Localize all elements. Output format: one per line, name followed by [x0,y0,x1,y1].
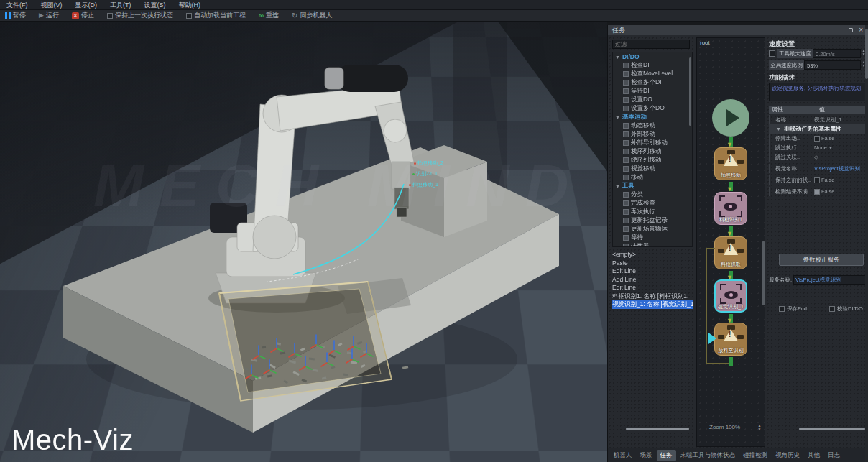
tree-item[interactable]: 检查多个DI [613,78,692,87]
history-row[interactable]: Edit Line [612,267,693,276]
tree-category-tools[interactable]: ▼ 工具 [613,182,692,190]
checkbox-checked-icon[interactable] [814,189,820,195]
property-group-header[interactable]: ▼ 非移动任务的基本属性 [769,124,867,134]
sync-robot-button[interactable]: ↻ 同步机器人 [287,10,337,22]
tab-log[interactable]: 日志 [824,450,844,461]
tree-item-label: 检查多个DI [631,78,662,87]
workflow-node-bin-pick[interactable]: ! 料框抓取 [714,236,747,269]
3d-viewport[interactable]: MECH MIND 拍照移动_2 识别2-0.1 拍照移动_1 Mech-Viz [0,22,607,462]
workflow-node-place-move[interactable]: ! 放料至识别 [714,323,747,356]
menu-display[interactable]: 显示(D) [69,0,104,10]
reconnect-button[interactable]: ∞ 重连 [254,10,284,22]
tab-end-tool[interactable]: 末端工具与物体状态 [677,450,739,461]
tree-item[interactable]: 完成检查 [613,199,692,208]
horizontal-scrollbar[interactable] [799,428,865,430]
workflow-scrollbar[interactable] [762,241,765,305]
workflow-node-vision-recognize-selected[interactable]: 视觉识别_1 [714,279,747,313]
filter-input[interactable] [612,40,690,49]
autoload-checkbox[interactable]: 自动加载当前工程 [181,10,251,22]
tree-item[interactable]: 等待 [613,234,692,242]
property-value: VisProject视觉识别 [814,165,860,172]
tab-others[interactable]: 其他 [804,450,823,461]
tree-item[interactable]: 绕序列移动 [613,156,692,165]
tab-scene[interactable]: 场景 [637,450,656,461]
tab-view-history[interactable]: 视角历史 [772,450,803,461]
tree-item[interactable]: 计数器 [613,242,692,247]
workflow-node-bin-recognize[interactable]: 料框识别1 [714,192,747,225]
property-row-name[interactable]: 名称 视觉识别_1 [769,115,867,124]
menu-help[interactable]: 帮助(H) [172,0,208,10]
parameter-calibration-button[interactable]: 参数校正服务 [779,254,864,266]
waypoint-label[interactable]: 拍照移动_2 [414,160,443,167]
tree-item[interactable]: 外部导引移动 [613,139,692,147]
history-row-selected[interactable]: 视觉识别_1: 名称 [视觉识别_1] [612,300,693,309]
tree-scrollbar[interactable] [689,57,691,126]
tree-item[interactable]: 更新场景物体 [613,225,692,234]
window-scrollbar[interactable] [865,25,868,462]
history-row[interactable]: Add Line [612,276,693,285]
property-row-vision-name[interactable]: 视觉名称 VisProject视觉识别 [769,164,867,173]
history-row[interactable]: Edit Line [612,284,693,292]
tree-category-basic-motion[interactable]: ▼ 基本运动 [613,113,692,121]
tree-category-label: 基本运动 [622,113,647,121]
keep-state-checkbox[interactable]: 保持上一次执行状态 [102,10,178,22]
run-button[interactable]: ▶ 运行 [34,10,64,22]
menu-settings[interactable]: 设置(S) [138,0,172,10]
verify-dido-checkbox[interactable]: 校验DI/DO [829,305,863,313]
tree-item[interactable]: 移动 [613,173,692,182]
tree-item[interactable]: 栈序列移动 [613,147,692,156]
stop-button[interactable]: × 停止 [67,10,99,22]
tree-item[interactable]: 动态移动 [613,121,692,130]
tree-item[interactable]: 视觉移动 [613,165,692,173]
tree-item[interactable]: 等待DI [613,87,692,96]
tab-robot[interactable]: 机器人 [610,450,636,461]
panel-title: 任务 [608,26,625,35]
property-row[interactable]: 保持之前的状.. False [769,175,867,185]
history-row[interactable]: Paste [612,259,693,268]
property-row[interactable]: 检测结果不满.. False [769,187,867,196]
history-row[interactable]: <empty> [612,251,693,259]
tree-category-dido[interactable]: ▼ DI/DO [613,52,692,61]
tree-item[interactable]: 检查MoveLevel [613,70,692,78]
zoom-level-label: Zoom 100% [709,424,740,430]
pin-icon[interactable] [849,28,853,32]
tree-item[interactable]: 外部移动 [613,130,692,139]
tool-speed-input[interactable]: 0.20m/s [813,49,861,58]
save-pcd-checkbox[interactable]: 保存Pcd [779,305,807,313]
menu-view[interactable]: 视图(V) [34,0,69,10]
menu-file[interactable]: 文件(F) [0,0,34,10]
checkbox-icon[interactable] [814,177,820,183]
global-speed-input[interactable]: 53% [804,60,861,70]
pause-button[interactable]: 暂停 [0,10,31,22]
property-value: 视觉识别_1 [814,116,841,124]
property-row[interactable]: 跳过关联.. ◇ [769,152,867,162]
horizontal-scrollbar[interactable] [626,428,689,430]
zoom-stepper[interactable]: ▲▼ [757,424,762,431]
property-row[interactable]: 停障出场.. False [769,134,867,143]
tool-speed-checkbox[interactable] [769,50,775,57]
tree-item[interactable]: 检查DI [613,61,692,70]
close-icon[interactable]: × [859,27,863,34]
waypoint-label[interactable]: 拍照移动_1 [409,181,438,188]
dropdown-arrow-icon[interactable]: ▼ [828,146,833,150]
property-row[interactable]: 跳过执行 None ▼ [769,143,867,152]
node-label: 视觉识别_1 [716,303,746,310]
tree-item-label: 栈序列移动 [631,147,662,156]
history-row[interactable]: 料框识别1: 名称 [料框识别1: [612,292,693,301]
waypoint-label[interactable]: 识别2-0.1 [412,170,438,177]
tab-task[interactable]: 任务 [657,450,676,461]
menu-tools[interactable]: 工具(T) [103,0,138,10]
tree-item[interactable]: 分类 [613,190,692,199]
tree-item[interactable]: 设置多个DO [613,104,692,113]
tree-item[interactable]: 更新托盘记录 [613,216,692,225]
tree-item[interactable]: 设置DO [613,96,692,104]
tab-collision[interactable]: 碰撞检测 [739,450,771,461]
scrollbar-thumb[interactable] [865,29,868,79]
checkbox-icon[interactable] [814,136,820,142]
workflow-node-capture-move[interactable]: ! 拍照移动 [714,147,747,180]
connector-arrow-icon: ▼ [726,187,733,192]
workflow-start-node[interactable] [712,99,749,137]
tree-item[interactable]: 再次执行 [613,208,692,216]
eye-icon [724,291,738,299]
service-name-select[interactable]: VisProject视觉识别 [793,275,867,285]
